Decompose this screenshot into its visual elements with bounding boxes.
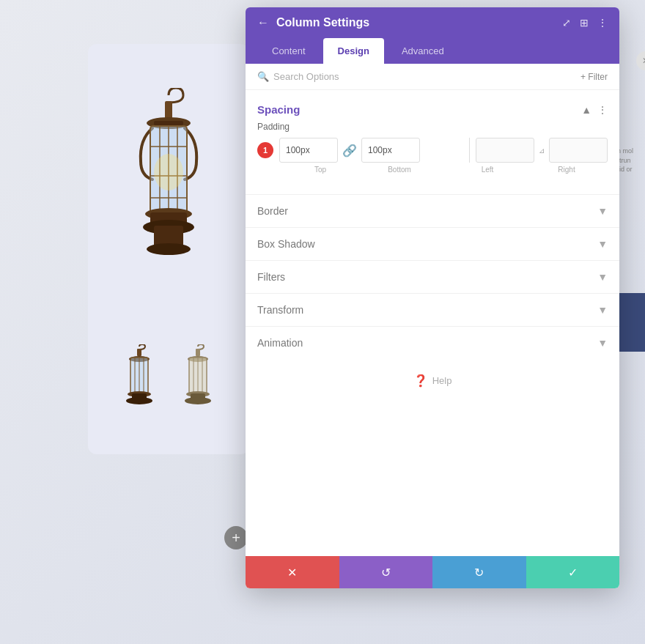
undo-button[interactable]: ↺ (339, 556, 433, 588)
tab-content[interactable]: Content (257, 38, 320, 64)
filters-section[interactable]: Filters ▼ (246, 260, 619, 293)
svg-point-15 (147, 243, 191, 255)
border-section[interactable]: Border ▼ (246, 194, 619, 227)
search-placeholder: Search Options (273, 71, 339, 82)
help-icon[interactable]: ❓ (413, 374, 428, 388)
right-blue-panel (616, 293, 645, 352)
spacing-controls: ▲ ⋮ (581, 104, 608, 116)
save-button[interactable]: ✓ (526, 556, 620, 588)
step-badge: 1 (257, 142, 273, 158)
search-input-wrap: 🔍 Search Options (257, 71, 339, 82)
add-button[interactable]: + (224, 526, 248, 549)
box-shadow-section[interactable]: Box Shadow ▼ (246, 227, 619, 260)
animation-section[interactable]: Animation ▼ (246, 326, 619, 359)
panel-content: Spacing ▲ ⋮ Padding 1 🔗 ⊿ (246, 90, 619, 588)
animation-title: Animation (257, 337, 303, 349)
small-lanterns (117, 344, 220, 410)
search-bar: 🔍 Search Options + Filter (246, 64, 619, 90)
padding-right-input[interactable] (549, 138, 608, 163)
small-lantern-2 (176, 344, 220, 410)
col-label-bottom: Bottom (370, 166, 429, 174)
bottom-bar: ✕ ↺ ↻ ✓ (246, 556, 619, 588)
spacing-dots-icon[interactable]: ⋮ (597, 104, 608, 116)
left-panel (88, 44, 249, 454)
tabs-bar: Content Design Advanced (246, 38, 619, 64)
panel-title: Column Settings (276, 16, 369, 29)
padding-section: Padding 1 🔗 ⊿ Top (246, 122, 619, 194)
settings-panel: ← Column Settings ⤢ ⊞ ⋮ Content Design A… (246, 7, 619, 588)
padding-label: Padding (257, 122, 608, 132)
tab-advanced[interactable]: Advanced (387, 38, 459, 64)
svg-point-10 (154, 154, 183, 190)
border-chevron-icon: ▼ (597, 205, 608, 217)
search-icon: 🔍 (257, 71, 269, 82)
responsive-icon: ⊿ (534, 147, 549, 155)
col-label-group: Top Bottom (269, 166, 446, 174)
filter-button[interactable]: + Filter (580, 72, 608, 82)
cancel-button[interactable]: ✕ (246, 556, 339, 588)
spacing-title: Spacing (257, 103, 300, 116)
svg-point-24 (126, 397, 152, 404)
back-button[interactable]: ← (257, 16, 269, 29)
svg-rect-2 (154, 121, 183, 125)
box-shadow-chevron-icon: ▼ (597, 238, 608, 250)
svg-rect-16 (137, 349, 141, 356)
transform-chevron-icon: ▼ (597, 304, 608, 316)
svg-rect-25 (196, 349, 200, 356)
padding-top-input[interactable] (279, 138, 338, 163)
panel-header-left: ← Column Settings (257, 16, 369, 29)
help-text: Help (432, 375, 452, 386)
main-lantern-image (110, 88, 227, 337)
more-icon[interactable]: ⋮ (597, 17, 608, 29)
padding-inputs: 1 🔗 ⊿ (257, 138, 608, 163)
box-shadow-title: Box Shadow (257, 238, 315, 250)
tab-design[interactable]: Design (323, 38, 384, 64)
padding-bottom-input[interactable] (361, 138, 420, 163)
small-lantern-1 (117, 344, 161, 410)
expand-icon[interactable]: ⤢ (562, 17, 571, 29)
padding-left-group: 1 🔗 (257, 138, 463, 163)
col-label-right: Right (537, 166, 596, 174)
spacing-collapse-icon[interactable]: ▲ (581, 104, 591, 116)
panel-header-right: ⤢ ⊞ ⋮ (562, 17, 608, 29)
padding-right-group: ⊿ (469, 138, 608, 163)
transform-title: Transform (257, 304, 303, 316)
filters-chevron-icon: ▼ (597, 271, 608, 283)
padding-left-input[interactable] (476, 138, 534, 163)
col-label-top: Top (291, 166, 350, 174)
transform-section[interactable]: Transform ▼ (246, 293, 619, 326)
animation-chevron-icon: ▼ (597, 337, 608, 349)
svg-point-33 (185, 397, 211, 404)
columns-icon[interactable]: ⊞ (580, 17, 589, 29)
col-label-right-group: Left Right (458, 166, 596, 174)
panel-header: ← Column Settings ⤢ ⊞ ⋮ (246, 7, 619, 38)
redo-button[interactable]: ↻ (432, 556, 526, 588)
link-icon[interactable]: 🔗 (338, 144, 361, 158)
svg-rect-0 (165, 101, 172, 119)
col-label-left: Left (458, 166, 517, 174)
filters-title: Filters (257, 271, 285, 283)
column-labels: Top Bottom Left Right (257, 163, 608, 182)
help-section: ❓ Help (246, 359, 619, 402)
spacing-section-header: Spacing ▲ ⋮ (246, 96, 619, 122)
border-title: Border (257, 205, 288, 217)
